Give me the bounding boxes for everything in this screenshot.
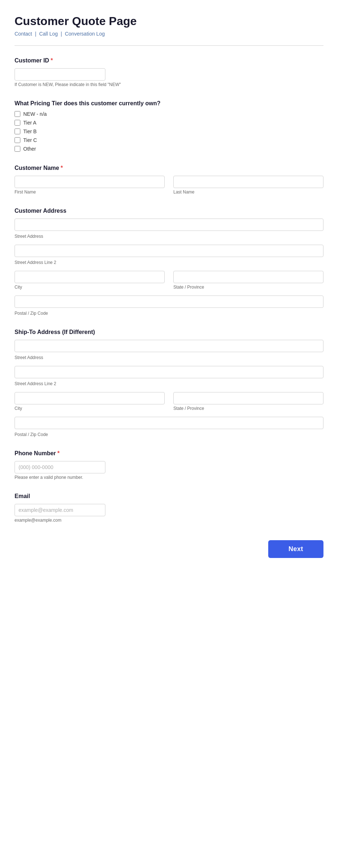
ship-state-field: State / Province [173, 392, 323, 411]
street-address-group: Street Address [15, 219, 323, 239]
checkbox-new-na[interactable] [15, 111, 20, 117]
page-title: Customer Quote Page [15, 15, 323, 28]
customer-postal-input[interactable] [15, 296, 323, 308]
ship-city-state-row: City State / Province [15, 392, 323, 411]
email-section: Email example@example.com [15, 493, 323, 523]
ship-street-label: Street Address [15, 355, 323, 360]
street-address2-group: Street Address Line 2 [15, 245, 323, 265]
pricing-tier-section: What Pricing Tier does this customer cur… [15, 100, 323, 152]
city-field: City [15, 271, 165, 290]
ship-street-input[interactable] [15, 340, 323, 352]
customer-city-input[interactable] [15, 271, 165, 283]
customer-street2-input[interactable] [15, 245, 323, 257]
pricing-tier-other[interactable]: Other [15, 146, 323, 152]
ship-to-label: Ship-To Address (If Different) [15, 329, 323, 335]
pricing-tier-new[interactable]: NEW - n/a [15, 111, 323, 117]
checkbox-tier-a[interactable] [15, 120, 20, 126]
pricing-tier-b[interactable]: Tier B [15, 129, 323, 134]
city-state-row: City State / Province [15, 271, 323, 290]
nav-contact[interactable]: Contact [15, 31, 32, 37]
nav-sep2: | [61, 31, 62, 37]
next-button-container: Next [15, 540, 323, 558]
customer-name-section: Customer Name* First Name Last Name [15, 165, 323, 195]
ship-postal-label: Postal / Zip Code [15, 432, 323, 437]
street2-label: Street Address Line 2 [15, 260, 323, 265]
next-button[interactable]: Next [268, 540, 323, 558]
customer-id-required: * [51, 57, 53, 64]
header-divider [15, 45, 323, 46]
email-hint: example@example.com [15, 518, 323, 523]
checkbox-tier-c[interactable] [15, 137, 20, 143]
ship-street-group: Street Address [15, 340, 323, 360]
customer-name-required: * [61, 165, 63, 171]
customer-address-label: Customer Address [15, 208, 323, 214]
ship-street2-label: Street Address Line 2 [15, 381, 323, 386]
state-field: State / Province [173, 271, 323, 290]
email-label: Email [15, 493, 323, 500]
first-name-label: First Name [15, 190, 165, 195]
nav-call-log[interactable]: Call Log [39, 31, 58, 37]
checkbox-other[interactable] [15, 146, 20, 152]
nav-conversation-log[interactable]: Conversation Log [65, 31, 105, 37]
first-name-input[interactable] [15, 176, 165, 188]
ship-city-input[interactable] [15, 392, 165, 404]
ship-state-input[interactable] [173, 392, 323, 404]
customer-address-section: Customer Address Street Address Street A… [15, 208, 323, 316]
last-name-field: Last Name [173, 176, 323, 195]
last-name-input[interactable] [173, 176, 323, 188]
customer-id-label: Customer ID* [15, 57, 323, 64]
customer-state-input[interactable] [173, 271, 323, 283]
customer-id-section: Customer ID* If Customer is NEW, Please … [15, 57, 323, 87]
street-label: Street Address [15, 234, 323, 239]
ship-city-label: City [15, 406, 165, 411]
first-name-field: First Name [15, 176, 165, 195]
postal-label: Postal / Zip Code [15, 311, 323, 316]
nav-links: Contact | Call Log | Conversation Log [15, 31, 323, 37]
name-row: First Name Last Name [15, 176, 323, 195]
phone-number-section: Phone Number* Please enter a valid phone… [15, 450, 323, 480]
pricing-tier-label: What Pricing Tier does this customer cur… [15, 100, 323, 107]
ship-city-field: City [15, 392, 165, 411]
ship-to-address-section: Ship-To Address (If Different) Street Ad… [15, 329, 323, 437]
checkbox-tier-b[interactable] [15, 129, 20, 134]
ship-postal-input[interactable] [15, 417, 323, 429]
pricing-tier-options: NEW - n/a Tier A Tier B Tier C Other [15, 111, 323, 152]
email-input[interactable] [15, 504, 105, 516]
phone-hint: Please enter a valid phone number. [15, 475, 323, 480]
phone-number-input[interactable] [15, 461, 105, 473]
ship-street2-group: Street Address Line 2 [15, 366, 323, 386]
postal-group: Postal / Zip Code [15, 296, 323, 316]
customer-id-hint: If Customer is NEW, Please indicate in t… [15, 82, 323, 87]
customer-street-input[interactable] [15, 219, 323, 231]
state-label: State / Province [173, 285, 323, 290]
ship-street2-input[interactable] [15, 366, 323, 378]
customer-name-label: Customer Name* [15, 165, 323, 171]
ship-state-label: State / Province [173, 406, 323, 411]
ship-postal-group: Postal / Zip Code [15, 417, 323, 437]
phone-number-label: Phone Number* [15, 450, 323, 457]
last-name-label: Last Name [173, 190, 323, 195]
city-label: City [15, 285, 165, 290]
pricing-tier-a[interactable]: Tier A [15, 120, 323, 126]
nav-sep1: | [35, 31, 36, 37]
customer-id-input[interactable] [15, 68, 105, 81]
phone-required: * [57, 450, 60, 456]
pricing-tier-c[interactable]: Tier C [15, 137, 323, 143]
